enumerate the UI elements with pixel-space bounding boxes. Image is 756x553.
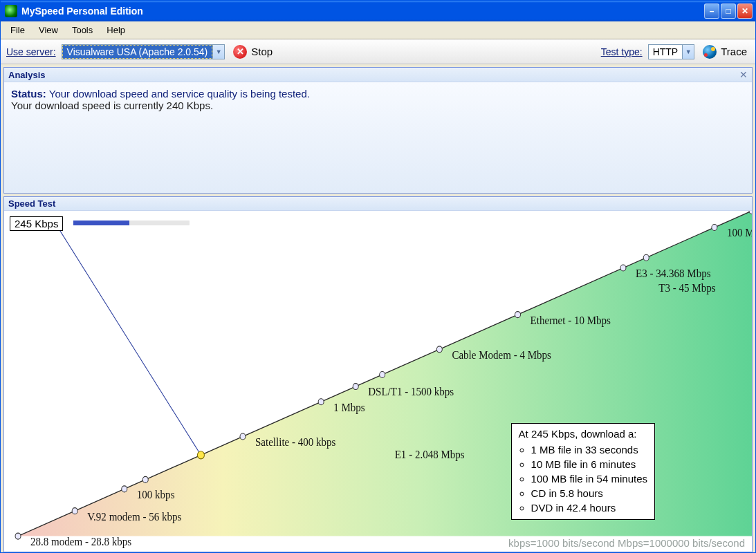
progress-bar [73,221,190,225]
svg-text:Satellite - 400 kbps: Satellite - 400 kbps [255,435,335,449]
server-select-value: Visualware USA (Apache 2.0.54) [62,45,213,59]
minimize-button[interactable]: – [704,3,719,19]
test-type-value: HTTP [649,45,683,59]
estimate-item: 1 MB file in 33 seconds [531,442,647,457]
svg-text:Cable Modem - 4 Mbps: Cable Modem - 4 Mbps [452,348,551,362]
menu-tools[interactable]: Tools [65,23,100,37]
trace-label: Trace [721,46,747,57]
server-select[interactable]: Visualware USA (Apache 2.0.54) ▼ [62,44,225,59]
svg-point-21 [620,265,626,271]
maximize-button[interactable]: □ [721,3,736,19]
estimate-item: DVD in 42.4 hours [531,500,647,515]
svg-text:T3 - 45 Mbps: T3 - 45 Mbps [658,281,715,294]
close-button[interactable]: ✕ [737,3,753,19]
use-server-label[interactable]: Use server: [6,46,56,57]
stop-icon: ✕ [233,45,247,59]
svg-text:DSL/T1 - 1500 kbps: DSL/T1 - 1500 kbps [368,386,454,399]
app-icon [5,5,17,17]
svg-point-17 [436,346,442,353]
speed-test-body: 28.8 modem - 28.8 kbpsV.92 modem - 56 kb… [4,211,752,552]
panel-close-icon[interactable]: ✕ [739,69,748,80]
svg-text:28.8 modem - 28.8 kbps: 28.8 modem - 28.8 kbps [30,535,131,548]
chevron-down-icon[interactable]: ▼ [212,45,224,59]
chevron-down-icon[interactable]: ▼ [682,45,694,59]
status-text: Your download speed and service quality … [49,88,310,100]
svg-text:100 Mbps: 100 Mbps [727,227,752,240]
test-type-select[interactable]: HTTP ▼ [648,44,695,59]
svg-point-15 [380,372,385,378]
download-estimate-box: At 245 Kbps, download a: 1 MB file in 33… [511,423,655,520]
svg-point-1 [15,533,21,539]
svg-text:1 Mbps: 1 Mbps [333,401,365,414]
svg-text:V.92 modem - 56 kbps: V.92 modem - 56 kbps [87,510,181,523]
menu-help[interactable]: Help [100,23,132,37]
svg-text:100 kbps: 100 kbps [137,488,175,501]
status-label: Status: [11,88,46,100]
menu-file[interactable]: File [3,23,32,37]
svg-text:Ethernet - 10 Mbps: Ethernet - 10 Mbps [531,314,611,327]
speed-test-header: Speed Test [4,197,752,211]
speed-test-panel: Speed Test 28.8 modem - 28.8 kbpsV.92 mo… [3,196,753,552]
svg-point-30 [197,451,204,459]
app-window: MySpeed Personal Edition – □ ✕ File View… [0,0,756,553]
svg-text:E3 - 34.368 Mbps: E3 - 34.368 Mbps [636,267,711,280]
window-title: MySpeed Personal Edition [21,6,704,17]
svg-line-29 [58,228,201,456]
svg-point-13 [353,384,358,390]
status-line-2: Your download speed is currently 240 Kbp… [11,100,745,111]
progress-fill [73,221,129,225]
titlebar: MySpeed Personal Edition – □ ✕ [1,1,755,21]
analysis-header: Analysis ✕ [4,68,752,82]
menubar: File View Tools Help [1,21,755,39]
svg-point-7 [142,476,148,482]
estimate-header: At 245 Kbps, download a: [519,427,647,441]
estimate-item: CD in 5.8 hours [531,486,647,500]
svg-point-11 [318,399,324,405]
svg-point-23 [643,254,649,261]
globe-icon [703,45,717,59]
svg-point-5 [122,486,127,492]
current-speed-readout: 245 Kbps [10,216,63,231]
svg-text:E1 - 2.048 Mbps: E1 - 2.048 Mbps [395,448,465,461]
menu-view[interactable]: View [32,23,65,37]
svg-point-3 [72,508,77,514]
units-footnote: kbps=1000 bits/second Mbps=1000000 bits/… [508,537,745,549]
svg-point-9 [240,433,246,440]
svg-point-19 [515,312,520,318]
svg-point-25 [712,225,717,231]
analysis-body: Status: Your download speed and service … [4,82,752,193]
test-type-label[interactable]: Test type: [601,46,643,57]
toolbar: Use server: Visualware USA (Apache 2.0.5… [1,39,755,64]
estimate-item: 100 MB file in 54 minutes [531,471,647,486]
stop-label: Stop [251,46,273,57]
estimate-item: 10 MB file in 6 minutes [531,457,647,471]
trace-button[interactable]: Trace [700,44,750,60]
analysis-panel: Analysis ✕ Status: Your download speed a… [3,67,753,194]
stop-button[interactable]: ✕ Stop [230,44,275,60]
